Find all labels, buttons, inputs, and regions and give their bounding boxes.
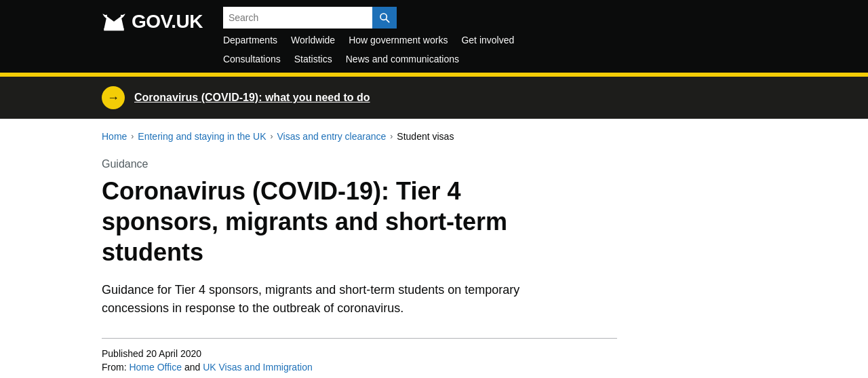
logo-area: GOV.UK (102, 7, 203, 33)
breadcrumb-home[interactable]: Home (102, 131, 127, 142)
site-header: GOV.UK Departments Worldwide How governm… (0, 0, 868, 77)
nav-departments[interactable]: Departments (223, 33, 277, 48)
nav-statistics[interactable]: Statistics (294, 52, 332, 67)
main-content: Guidance Coronavirus (COVID-19): Tier 4 … (88, 158, 780, 378)
breadcrumb: Home › Entering and staying in the UK › … (88, 131, 780, 142)
published-date: 20 April 2020 (146, 348, 201, 359)
nav-get-involved[interactable]: Get involved (461, 33, 514, 48)
page-description: Guidance for Tier 4 sponsors, migrants a… (102, 281, 563, 318)
covid-link[interactable]: Coronavirus (COVID-19): what you need to… (134, 92, 370, 104)
page-title: Coronavirus (COVID-19): Tier 4 sponsors,… (102, 176, 563, 267)
header-right: Departments Worldwide How government wor… (223, 7, 766, 67)
from-label: From: (102, 362, 127, 373)
svg-rect-0 (104, 29, 123, 31)
published-row: Published 20 April 2020 (102, 348, 766, 359)
breadcrumb-sep-2: › (270, 132, 273, 141)
nav-how-government-works[interactable]: How government works (349, 33, 448, 48)
breadcrumb-current: Student visas (397, 131, 454, 142)
and-text: and (184, 362, 200, 373)
covid-banner: → Coronavirus (COVID-19): what you need … (0, 77, 868, 119)
published-label: Published (102, 348, 144, 359)
nav-worldwide[interactable]: Worldwide (291, 33, 335, 48)
search-row (223, 7, 766, 29)
breadcrumb-visas-entry[interactable]: Visas and entry clearance (277, 131, 386, 142)
nav-consultations[interactable]: Consultations (223, 52, 281, 67)
home-office-link[interactable]: Home Office (129, 362, 182, 373)
search-button[interactable] (372, 7, 397, 29)
covid-arrow-icon: → (107, 92, 119, 104)
meta-divider (102, 338, 617, 339)
logo-text[interactable]: GOV.UK (132, 11, 203, 33)
breadcrumb-entering-staying[interactable]: Entering and staying in the UK (138, 131, 266, 142)
covid-arrow-circle: → (102, 86, 125, 109)
breadcrumb-sep-1: › (131, 132, 134, 141)
svg-line-2 (386, 19, 389, 22)
from-row: From: Home Office and UK Visas and Immig… (102, 362, 766, 373)
nav-row-2: Consultations Statistics News and commun… (223, 52, 766, 67)
search-input[interactable] (223, 7, 372, 29)
nav-news-and-communications[interactable]: News and communications (346, 52, 459, 67)
uk-visas-link[interactable]: UK Visas and Immigration (203, 362, 313, 373)
crown-icon (102, 12, 126, 31)
search-icon (379, 12, 390, 23)
breadcrumb-sep-3: › (390, 132, 393, 141)
guidance-label: Guidance (102, 158, 766, 170)
nav-row-1: Departments Worldwide How government wor… (223, 33, 766, 48)
